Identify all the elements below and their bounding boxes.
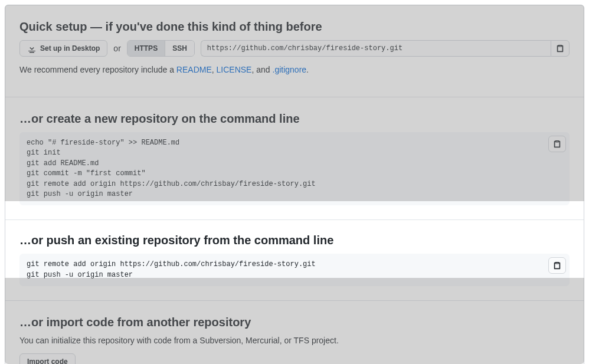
clone-url-wrap: [201, 40, 570, 57]
import-repo-body: You can initialize this repository with …: [19, 336, 570, 345]
create-repo-code[interactable]: echo "# fireside-story" >> README.md git…: [27, 139, 316, 198]
setup-in-desktop-label: Set up in Desktop: [40, 44, 100, 53]
clipboard-icon: [553, 140, 561, 148]
readme-link[interactable]: README: [176, 65, 212, 74]
quick-setup-section: Quick setup — if you've done this kind o…: [5, 5, 584, 97]
create-repo-code-block: echo "# fireside-story" >> README.md git…: [19, 132, 570, 205]
import-repo-heading: …or import code from another repository: [19, 315, 570, 330]
copy-create-code-button[interactable]: [548, 136, 566, 152]
clone-url-input[interactable]: [201, 40, 551, 57]
recommend-text: We recommend every repository include a …: [19, 65, 570, 74]
push-existing-section: …or push an existing repository from the…: [5, 220, 584, 301]
clone-row: Set up in Desktop or HTTPS SSH: [19, 40, 570, 57]
copy-url-button[interactable]: [551, 40, 570, 57]
clipboard-icon: [553, 261, 561, 270]
license-link[interactable]: LICENSE: [217, 65, 252, 74]
setup-in-desktop-button[interactable]: Set up in Desktop: [19, 40, 107, 57]
create-repo-section: …or create a new repository on the comma…: [5, 97, 584, 220]
push-existing-heading: …or push an existing repository from the…: [19, 233, 570, 248]
push-existing-code-block: git remote add origin https://github.com…: [19, 254, 570, 286]
ssh-tab[interactable]: SSH: [165, 41, 194, 56]
protocol-tabs: HTTPS SSH: [127, 40, 195, 57]
import-code-label: Import code: [27, 358, 68, 364]
clipboard-icon: [556, 44, 564, 53]
gitignore-link[interactable]: .gitignore: [273, 65, 307, 74]
https-tab[interactable]: HTTPS: [127, 41, 165, 56]
or-text: or: [113, 44, 120, 53]
empty-repo-setup-panel: Quick setup — if you've done this kind o…: [5, 5, 584, 364]
push-existing-code[interactable]: git remote add origin https://github.com…: [27, 260, 316, 278]
quick-setup-heading: Quick setup — if you've done this kind o…: [19, 19, 570, 34]
import-repo-section: …or import code from another repository …: [5, 301, 584, 364]
copy-push-code-button[interactable]: [548, 257, 566, 274]
create-repo-heading: …or create a new repository on the comma…: [19, 112, 570, 126]
import-code-button[interactable]: Import code: [19, 353, 76, 364]
desktop-download-icon: [27, 44, 37, 53]
